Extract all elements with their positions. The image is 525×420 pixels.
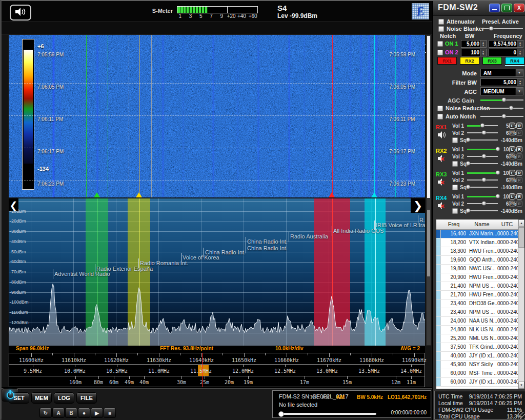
stop-button[interactable]: ■: [104, 408, 116, 418]
vol1-slider-rx2[interactable]: [467, 147, 498, 151]
table-row[interactable]: 40,000JJY (ID x1...0000-2400: [436, 352, 518, 361]
vol2-slider-rx4[interactable]: [467, 201, 498, 206]
squelch-checkbox[interactable]: [452, 185, 458, 190]
frequency-rulers[interactable]: 11600kHz11610kHz11620kHz11630kHz11640kHz…: [9, 353, 425, 387]
tab-rx1[interactable]: RX1: [437, 57, 457, 65]
squelch-checkbox[interactable]: [452, 137, 458, 143]
muted-speaker-icon[interactable]: ×: [437, 155, 446, 162]
vol2-slider-rx2[interactable]: [467, 154, 498, 158]
mem-button[interactable]: MEM: [31, 392, 52, 404]
noise-reduction-slider[interactable]: [480, 106, 523, 110]
bw-indicator[interactable]: BW 5.0kHz: [357, 394, 383, 400]
table-row[interactable]: 16,400JXN Marin...0000-2400: [436, 230, 518, 238]
table-scroll-up[interactable]: ▲: [518, 219, 524, 227]
an-indicator[interactable]: AN: [322, 394, 329, 400]
rx-marker-triangle[interactable]: [94, 192, 100, 197]
table-row[interactable]: 25,200NML US N...0000-2400: [436, 334, 518, 343]
right-channel-button-2[interactable]: R: [516, 130, 522, 136]
table-scroll-down[interactable]: ▼: [518, 382, 524, 389]
tab-rx4[interactable]: RX4: [505, 57, 524, 65]
play-button[interactable]: ▶: [91, 408, 103, 418]
scroll-right-button[interactable]: ❯: [411, 198, 425, 213]
squelch-slider-rx4[interactable]: [467, 208, 498, 213]
filter-bw-spinner[interactable]: 5,000 ▲▼: [480, 78, 523, 86]
attenuator-checkbox[interactable]: [438, 19, 444, 25]
left-channel-button-2[interactable]: L: [509, 153, 515, 159]
presel-slider[interactable]: [482, 26, 523, 31]
scroll-left-button[interactable]: ❮: [9, 198, 18, 211]
column-header[interactable]: Name: [474, 221, 489, 227]
muted-speaker-icon[interactable]: ×: [437, 202, 446, 209]
column-header[interactable]: Freq: [448, 221, 460, 227]
scrollbar-thumb[interactable]: [427, 36, 430, 198]
nr-indicator[interactable]: NR: [311, 394, 318, 400]
table-header[interactable]: FreqNameUTC: [436, 219, 518, 230]
waterfall-display[interactable]: +6 -134 7:05:59 PM7:05:59 PM7:06:05 PM7:…: [9, 35, 425, 197]
notch2-bw-spinner[interactable]: 100 ▲▼: [461, 49, 487, 56]
right-channel-button-2[interactable]: R: [516, 177, 522, 183]
playback-slider-thumb[interactable]: [278, 411, 284, 417]
tab-rx3[interactable]: RX3: [482, 57, 502, 65]
notch1-bw-spinner[interactable]: 5,000 ▲▼: [461, 40, 487, 48]
file-button[interactable]: FILE: [76, 392, 97, 404]
vol2-slider-rx1[interactable]: [467, 130, 498, 135]
right-channel-button-2[interactable]: R: [516, 153, 522, 159]
squelch-slider-rx2[interactable]: [467, 161, 498, 166]
table-row[interactable]: 60,000MSF Time ...0000-2400: [436, 369, 518, 378]
left-channel-button-2[interactable]: L: [509, 130, 515, 136]
table-row[interactable]: 19,600GQD Anth...0000-2400: [436, 256, 518, 265]
table-row[interactable]: 24,000NAA US N...0000-2400: [436, 317, 518, 326]
table-row[interactable]: 18,200VTX Indian...0000-2400: [436, 238, 518, 247]
table-row[interactable]: 23,400DHO38 Ge...0000-2400: [436, 299, 518, 308]
table-row[interactable]: 19,800NWC US/...0000-2400: [436, 265, 518, 273]
vol1-slider-rx3[interactable]: [467, 170, 498, 175]
table-row[interactable]: 23,400NPM US ...0000-2400: [436, 308, 518, 317]
left-channel-button[interactable]: L: [509, 170, 515, 176]
rx-marker-triangle[interactable]: [371, 192, 377, 197]
noise-blanker-checkbox[interactable]: [438, 26, 444, 32]
column-header[interactable]: UTC: [501, 221, 513, 227]
notch2-freq-spinner[interactable]: 0 ▲▼: [489, 49, 523, 56]
notch2-checkbox[interactable]: [437, 50, 443, 55]
squelch-slider-rx1[interactable]: [467, 137, 498, 142]
table-scroll-thumb[interactable]: [518, 227, 524, 248]
maximize-button[interactable]: [501, 4, 512, 12]
squelch-checkbox[interactable]: [452, 161, 458, 167]
table-row[interactable]: 45,900NSY Sicily0000-2400: [436, 361, 518, 369]
table-row[interactable]: 37,500TFK Grind...0000-2400: [436, 343, 518, 352]
left-channel-button[interactable]: L: [509, 146, 515, 152]
noise-reduction-checkbox[interactable]: [437, 106, 443, 111]
right-channel-button-2[interactable]: R: [516, 201, 522, 207]
right-channel-button[interactable]: R: [516, 193, 522, 199]
agc-gain-slider[interactable]: [480, 97, 523, 102]
right-channel-button[interactable]: R: [516, 170, 522, 176]
notch1-checkbox[interactable]: [437, 41, 443, 47]
muted-speaker-icon[interactable]: ×: [437, 178, 446, 186]
meter-band-ruler[interactable]: 160m80m60m49m40m30m25m20m19m17m15m12m11m: [9, 376, 425, 387]
table-row[interactable]: 21,700HWU Fren...0000-2400: [436, 291, 518, 299]
mode-indicator[interactable]: AM: [336, 394, 345, 400]
vol1-slider-rx4[interactable]: [467, 194, 498, 198]
scrollbar-thumb-2[interactable]: [427, 210, 430, 276]
table-scrollbar[interactable]: ▲ ▼: [518, 219, 524, 389]
squelch-slider-rx3[interactable]: [467, 185, 498, 189]
right-channel-button[interactable]: R: [516, 146, 522, 152]
spectrum-display[interactable]: Adventist World RadioRadio Exterior Espa…: [9, 198, 425, 346]
table-row[interactable]: 20,900HWU Fren...0000-2400: [436, 273, 518, 282]
vol2-slider-rx3[interactable]: [467, 177, 498, 182]
left-channel-button-2[interactable]: L: [509, 201, 515, 207]
left-channel-button-2[interactable]: L: [509, 177, 515, 183]
tab-rx2[interactable]: RX2: [460, 57, 479, 65]
close-button[interactable]: X: [514, 4, 524, 12]
table-row[interactable]: 21,400NPM US ...0000-2400: [436, 282, 518, 291]
auto-notch-slider[interactable]: [480, 114, 523, 118]
table-row[interactable]: 18,300HWU Fren...0000-2400: [436, 247, 518, 256]
loop-button[interactable]: ↻: [39, 408, 52, 418]
marker-a-button[interactable]: A: [52, 408, 65, 418]
playback-slider[interactable]: [279, 413, 376, 415]
rx-marker-triangle[interactable]: [329, 192, 335, 197]
khz-ruler[interactable]: 11600kHz11610kHz11620kHz11630kHz11640kHz…: [9, 353, 425, 365]
table-row[interactable]: 24,800NLK US N...0000-2400: [436, 326, 518, 334]
mode-dropdown[interactable]: AM▼: [480, 69, 523, 77]
mhz-ruler[interactable]: 9.5MHz10.0MHz10.5MHz11.0MHz11.5MHz12.0MH…: [9, 364, 425, 376]
